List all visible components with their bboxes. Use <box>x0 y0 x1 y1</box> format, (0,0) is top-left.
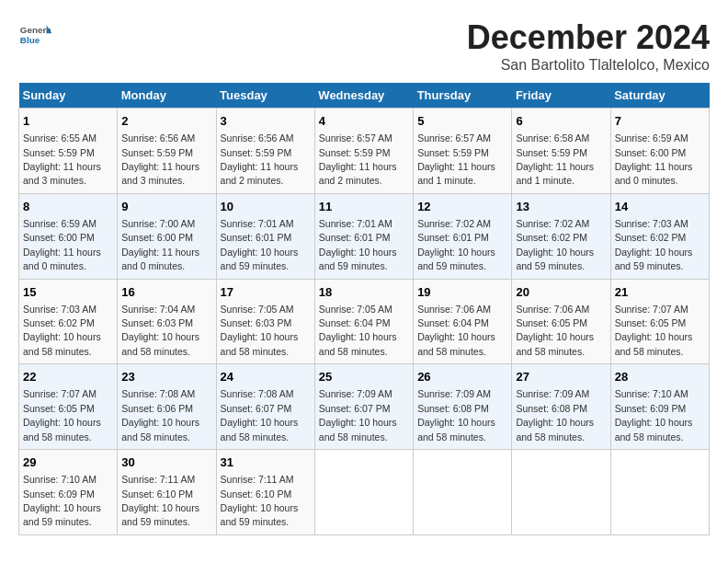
calendar-cell: 2 Sunrise: 6:56 AM Sunset: 5:59 PM Dayli… <box>118 109 216 194</box>
day-number: 10 <box>221 199 311 215</box>
calendar-cell: 20 Sunrise: 7:06 AM Sunset: 6:05 PM Dayl… <box>512 279 610 364</box>
calendar-cell: 4 Sunrise: 6:57 AM Sunset: 5:59 PM Dayli… <box>314 109 413 194</box>
day-info: Sunrise: 6:59 AM Sunset: 6:00 PM Dayligh… <box>615 132 693 186</box>
calendar-cell: 29 Sunrise: 7:10 AM Sunset: 6:09 PM Dayl… <box>19 450 118 535</box>
day-info: Sunrise: 7:00 AM Sunset: 6:00 PM Dayligh… <box>121 218 199 271</box>
calendar-cell: 27 Sunrise: 7:09 AM Sunset: 6:08 PM Dayl… <box>512 364 610 450</box>
svg-text:Blue: Blue <box>20 35 40 45</box>
calendar-cell: 13 Sunrise: 7:02 AM Sunset: 6:02 PM Dayl… <box>512 193 610 279</box>
header-sunday: Sunday <box>19 83 118 109</box>
calendar-cell: 18 Sunrise: 7:05 AM Sunset: 6:04 PM Dayl… <box>314 279 413 364</box>
calendar-cell: 12 Sunrise: 7:02 AM Sunset: 6:01 PM Dayl… <box>414 193 512 279</box>
calendar-subtitle: San Bartolito Tlaltelolco, Mexico <box>467 57 710 74</box>
header-monday: Monday <box>118 83 216 109</box>
calendar-week-row: 8 Sunrise: 6:59 AM Sunset: 6:00 PM Dayli… <box>19 193 710 279</box>
day-number: 24 <box>221 369 311 385</box>
day-number: 9 <box>121 199 211 215</box>
day-number: 15 <box>23 284 113 301</box>
logo-icon: General Blue <box>18 18 51 52</box>
day-number: 6 <box>516 113 606 130</box>
day-info: Sunrise: 7:09 AM Sunset: 6:07 PM Dayligh… <box>319 388 397 442</box>
day-number: 13 <box>516 199 606 215</box>
calendar-cell: 5 Sunrise: 6:57 AM Sunset: 5:59 PM Dayli… <box>414 109 512 194</box>
day-info: Sunrise: 7:11 AM Sunset: 6:10 PM Dayligh… <box>121 474 199 527</box>
day-info: Sunrise: 7:07 AM Sunset: 6:05 PM Dayligh… <box>23 388 101 442</box>
page-header: General Blue December 2024 San Bartolito… <box>18 18 710 74</box>
day-info: Sunrise: 7:01 AM Sunset: 6:01 PM Dayligh… <box>221 218 299 271</box>
day-info: Sunrise: 7:11 AM Sunset: 6:10 PM Dayligh… <box>221 474 299 527</box>
header-saturday: Saturday <box>610 83 709 109</box>
day-info: Sunrise: 7:10 AM Sunset: 6:09 PM Dayligh… <box>615 388 693 442</box>
day-number: 11 <box>319 199 409 215</box>
day-info: Sunrise: 6:55 AM Sunset: 5:59 PM Dayligh… <box>23 132 101 186</box>
calendar-cell: 15 Sunrise: 7:03 AM Sunset: 6:02 PM Dayl… <box>19 279 118 364</box>
calendar-cell: 7 Sunrise: 6:59 AM Sunset: 6:00 PM Dayli… <box>610 109 709 194</box>
day-number: 12 <box>417 199 507 215</box>
day-info: Sunrise: 7:04 AM Sunset: 6:03 PM Dayligh… <box>121 304 199 357</box>
day-number: 18 <box>319 284 409 301</box>
day-info: Sunrise: 7:06 AM Sunset: 6:04 PM Dayligh… <box>417 304 495 357</box>
calendar-cell: 25 Sunrise: 7:09 AM Sunset: 6:07 PM Dayl… <box>314 364 413 450</box>
day-number: 22 <box>23 369 113 385</box>
calendar-cell: 24 Sunrise: 7:08 AM Sunset: 6:07 PM Dayl… <box>216 364 314 450</box>
day-number: 5 <box>417 113 507 130</box>
day-info: Sunrise: 7:02 AM Sunset: 6:02 PM Dayligh… <box>516 218 594 271</box>
header-friday: Friday <box>512 83 610 109</box>
day-info: Sunrise: 7:10 AM Sunset: 6:09 PM Dayligh… <box>23 474 101 527</box>
day-info: Sunrise: 7:09 AM Sunset: 6:08 PM Dayligh… <box>516 388 594 442</box>
calendar-cell: 6 Sunrise: 6:58 AM Sunset: 5:59 PM Dayli… <box>512 109 610 194</box>
day-info: Sunrise: 6:56 AM Sunset: 5:59 PM Dayligh… <box>221 132 299 186</box>
header-thursday: Thursday <box>414 83 512 109</box>
calendar-cell: 10 Sunrise: 7:01 AM Sunset: 6:01 PM Dayl… <box>216 193 314 279</box>
day-number: 3 <box>221 113 311 130</box>
calendar-cell: 11 Sunrise: 7:01 AM Sunset: 6:01 PM Dayl… <box>314 193 413 279</box>
calendar-table: Sunday Monday Tuesday Wednesday Thursday… <box>18 83 710 535</box>
calendar-week-row: 22 Sunrise: 7:07 AM Sunset: 6:05 PM Dayl… <box>19 364 710 450</box>
calendar-cell <box>512 450 610 535</box>
day-number: 25 <box>319 369 409 385</box>
day-info: Sunrise: 7:06 AM Sunset: 6:05 PM Dayligh… <box>516 304 594 357</box>
day-info: Sunrise: 6:58 AM Sunset: 5:59 PM Dayligh… <box>516 132 594 186</box>
calendar-week-row: 29 Sunrise: 7:10 AM Sunset: 6:09 PM Dayl… <box>19 450 710 535</box>
day-number: 7 <box>615 113 705 130</box>
day-number: 8 <box>23 199 113 215</box>
calendar-cell: 3 Sunrise: 6:56 AM Sunset: 5:59 PM Dayli… <box>216 109 314 194</box>
header-tuesday: Tuesday <box>216 83 314 109</box>
day-number: 31 <box>221 454 311 471</box>
calendar-cell <box>414 450 512 535</box>
day-info: Sunrise: 6:57 AM Sunset: 5:59 PM Dayligh… <box>417 132 495 186</box>
day-info: Sunrise: 7:05 AM Sunset: 6:04 PM Dayligh… <box>319 304 397 357</box>
title-block: December 2024 San Bartolito Tlaltelolco,… <box>467 18 710 74</box>
day-info: Sunrise: 7:08 AM Sunset: 6:07 PM Dayligh… <box>221 388 299 442</box>
calendar-cell: 22 Sunrise: 7:07 AM Sunset: 6:05 PM Dayl… <box>19 364 118 450</box>
day-number: 30 <box>121 454 211 471</box>
header-wednesday: Wednesday <box>314 83 413 109</box>
day-number: 4 <box>319 113 409 130</box>
calendar-cell <box>314 450 413 535</box>
calendar-week-row: 1 Sunrise: 6:55 AM Sunset: 5:59 PM Dayli… <box>19 109 710 194</box>
calendar-week-row: 15 Sunrise: 7:03 AM Sunset: 6:02 PM Dayl… <box>19 279 710 364</box>
day-number: 20 <box>516 284 606 301</box>
day-info: Sunrise: 7:08 AM Sunset: 6:06 PM Dayligh… <box>121 388 199 442</box>
day-info: Sunrise: 6:57 AM Sunset: 5:59 PM Dayligh… <box>319 132 397 186</box>
calendar-cell <box>610 450 709 535</box>
day-info: Sunrise: 7:05 AM Sunset: 6:03 PM Dayligh… <box>221 304 299 357</box>
calendar-cell: 23 Sunrise: 7:08 AM Sunset: 6:06 PM Dayl… <box>118 364 216 450</box>
day-number: 1 <box>23 113 113 130</box>
day-number: 28 <box>615 369 705 385</box>
day-number: 2 <box>121 113 211 130</box>
day-number: 29 <box>23 454 113 471</box>
calendar-cell: 31 Sunrise: 7:11 AM Sunset: 6:10 PM Dayl… <box>216 450 314 535</box>
calendar-cell: 8 Sunrise: 6:59 AM Sunset: 6:00 PM Dayli… <box>19 193 118 279</box>
calendar-header-row: Sunday Monday Tuesday Wednesday Thursday… <box>19 83 710 109</box>
day-number: 23 <box>121 369 211 385</box>
calendar-cell: 19 Sunrise: 7:06 AM Sunset: 6:04 PM Dayl… <box>414 279 512 364</box>
calendar-cell: 14 Sunrise: 7:03 AM Sunset: 6:02 PM Dayl… <box>610 193 709 279</box>
calendar-title: December 2024 <box>467 18 710 57</box>
calendar-cell: 21 Sunrise: 7:07 AM Sunset: 6:05 PM Dayl… <box>610 279 709 364</box>
day-number: 17 <box>221 284 311 301</box>
day-number: 26 <box>417 369 507 385</box>
day-number: 27 <box>516 369 606 385</box>
calendar-cell: 1 Sunrise: 6:55 AM Sunset: 5:59 PM Dayli… <box>19 109 118 194</box>
day-number: 19 <box>417 284 507 301</box>
